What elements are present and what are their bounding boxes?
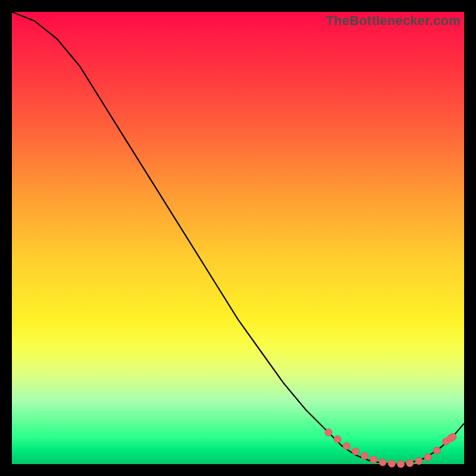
plot-area: TheBottlenecker.com: [12, 12, 464, 464]
chart-frame: TheBottlenecker.com: [0, 0, 476, 476]
curve-marker: [325, 429, 332, 436]
curve-marker: [406, 460, 414, 467]
bottleneck-curve: [12, 12, 464, 464]
curve-marker: [370, 456, 377, 463]
curve-marker: [361, 452, 368, 459]
curve-line: [12, 12, 464, 464]
curve-marker: [352, 448, 359, 455]
curve-marker: [415, 458, 422, 465]
curve-marker: [449, 433, 456, 440]
curve-marker: [343, 443, 350, 450]
curve-marker: [424, 454, 431, 461]
curve-marker: [334, 436, 341, 443]
curve-marker: [397, 461, 405, 468]
curve-marker: [379, 459, 386, 466]
curve-markers: [325, 429, 456, 468]
curve-marker: [433, 447, 440, 454]
curve-marker: [388, 460, 395, 467]
